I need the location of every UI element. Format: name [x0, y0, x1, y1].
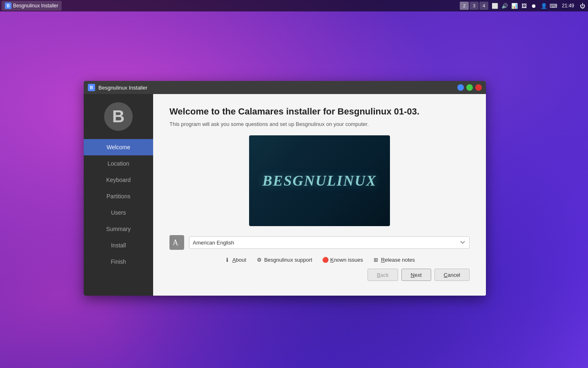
- sidebar-item-finish[interactable]: Finish: [84, 254, 153, 270]
- cancel-button[interactable]: Cancel: [434, 269, 470, 281]
- main-content: Welcome to the Calamares installer for B…: [153, 94, 486, 296]
- taskbar-app-button[interactable]: B Besgnulinux Installer: [2, 1, 62, 11]
- release-notes-link[interactable]: ⊞ Release notes: [373, 256, 415, 263]
- welcome-title: Welcome to the Calamares installer for B…: [169, 106, 470, 117]
- record-icon[interactable]: ⏺: [530, 2, 538, 10]
- window-close-button[interactable]: [475, 84, 482, 91]
- sidebar-item-users[interactable]: Users: [84, 204, 153, 221]
- taskbar-app-icon: B: [5, 2, 11, 9]
- audio-icon[interactable]: 📊: [510, 2, 519, 10]
- sidebar-item-keyboard[interactable]: Keyboard: [84, 172, 153, 188]
- back-button[interactable]: Back: [368, 269, 398, 281]
- language-icon: A a: [169, 235, 184, 250]
- taskbar-right: 2 3 4 ⬜ 🔊 📊 🖼 ⏺ 👤 ⌨ 21:49 ⏻: [460, 2, 586, 10]
- window-titlebar: B Besgnulinux Installer: [84, 81, 486, 94]
- installer-window: B Besgnulinux Installer B Welcome Locati…: [84, 81, 486, 296]
- sidebar-item-install[interactable]: Install: [84, 237, 153, 254]
- workspace-2[interactable]: 2: [460, 2, 469, 10]
- support-link[interactable]: ⚙ Besgnulinux support: [256, 256, 312, 263]
- known-issues-link[interactable]: 🔴 Known issues: [322, 256, 363, 263]
- svg-text:a: a: [176, 242, 179, 247]
- power-icon[interactable]: ⏻: [578, 2, 586, 10]
- release-notes-label: Release notes: [381, 257, 415, 263]
- support-icon: ⚙: [256, 256, 263, 263]
- screenshot-icon[interactable]: 🖼: [520, 2, 528, 10]
- volume-icon[interactable]: 🔊: [501, 2, 509, 10]
- about-icon: ℹ: [224, 256, 231, 263]
- known-issues-icon: 🔴: [322, 256, 329, 263]
- language-selector-row: A a American English: [169, 235, 470, 250]
- sidebar: B Welcome Location Keyboard Partitions U…: [84, 94, 153, 296]
- distro-logo-text: BESGNULINUX: [262, 172, 376, 189]
- release-notes-icon: ⊞: [373, 256, 379, 263]
- support-label: Besgnulinux support: [264, 257, 312, 263]
- window-controls: [457, 84, 482, 91]
- language-select[interactable]: American English: [189, 236, 470, 249]
- sidebar-item-summary[interactable]: Summary: [84, 221, 153, 237]
- workspace-3[interactable]: 3: [470, 2, 479, 10]
- keyboard-icon[interactable]: ⌨: [550, 2, 558, 10]
- taskbar: B Besgnulinux Installer 2 3 4 ⬜ 🔊 📊 🖼 ⏺ …: [0, 0, 588, 11]
- sidebar-nav: Welcome Location Keyboard Partitions Use…: [84, 139, 153, 270]
- taskbar-app-label: Besgnulinux Installer: [13, 3, 58, 9]
- window-minimize-button[interactable]: [457, 84, 464, 91]
- window-title-icon: B: [88, 84, 95, 91]
- next-button[interactable]: Next: [401, 269, 431, 281]
- taskbar-time: 21:49: [560, 3, 576, 9]
- footer-links: ℹ About ⚙ Besgnulinux support 🔴 Known is…: [169, 256, 470, 263]
- workspace-switcher: 2 3 4: [460, 2, 488, 10]
- workspace-4[interactable]: 4: [479, 2, 488, 10]
- window-title-text: Besgnulinux Installer: [98, 85, 457, 91]
- window-icon[interactable]: ⬜: [491, 2, 499, 10]
- window-content: B Welcome Location Keyboard Partitions U…: [84, 94, 486, 296]
- distro-banner: BESGNULINUX: [249, 135, 390, 226]
- taskbar-icons: ⬜ 🔊 📊 🖼 ⏺ 👤 ⌨: [491, 2, 558, 10]
- about-label: About: [232, 257, 246, 263]
- known-issues-label: Known issues: [330, 257, 363, 263]
- user-icon[interactable]: 👤: [540, 2, 548, 10]
- sidebar-item-location[interactable]: Location: [84, 155, 153, 172]
- window-maximize-button[interactable]: [466, 84, 473, 91]
- welcome-subtitle: This program will ask you some questions…: [169, 121, 470, 127]
- button-row: Back Next Cancel: [169, 269, 470, 281]
- sidebar-item-partitions[interactable]: Partitions: [84, 188, 153, 204]
- about-link[interactable]: ℹ About: [224, 256, 246, 263]
- taskbar-left: B Besgnulinux Installer: [2, 1, 460, 11]
- sidebar-item-welcome[interactable]: Welcome: [84, 139, 153, 155]
- sidebar-logo: B: [104, 102, 133, 131]
